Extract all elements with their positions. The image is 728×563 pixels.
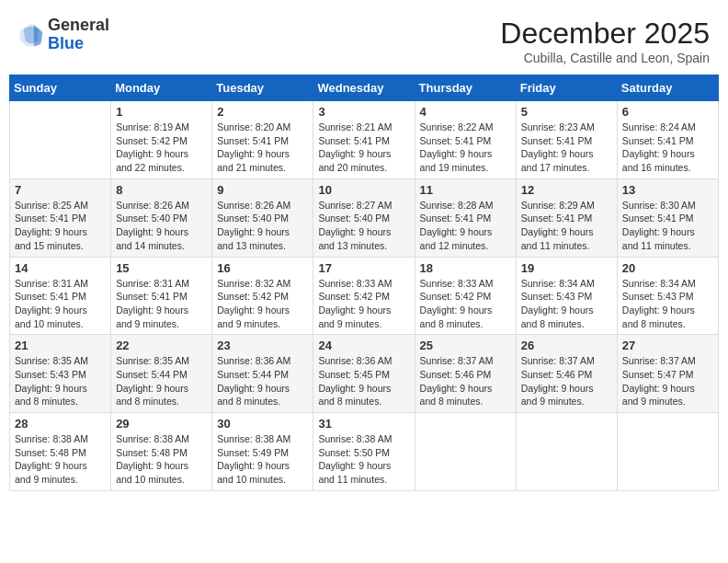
calendar-cell: [10, 101, 111, 179]
calendar-cell: 15Sunrise: 8:31 AMSunset: 5:41 PMDayligh…: [111, 257, 212, 335]
cell-info: Sunrise: 8:22 AMSunset: 5:41 PMDaylight:…: [420, 121, 511, 175]
calendar-cell: 26Sunrise: 8:37 AMSunset: 5:46 PMDayligh…: [516, 335, 617, 413]
cell-info: Sunrise: 8:35 AMSunset: 5:44 PMDaylight:…: [116, 354, 207, 408]
calendar-week-row: 1Sunrise: 8:19 AMSunset: 5:42 PMDaylight…: [10, 101, 719, 179]
calendar-cell: 22Sunrise: 8:35 AMSunset: 5:44 PMDayligh…: [111, 335, 212, 413]
day-number: 16: [217, 261, 308, 275]
calendar-cell: 4Sunrise: 8:22 AMSunset: 5:41 PMDaylight…: [415, 101, 516, 179]
cell-info: Sunrise: 8:37 AMSunset: 5:46 PMDaylight:…: [420, 354, 511, 408]
day-number: 3: [318, 105, 409, 119]
logo-text: General Blue: [48, 17, 109, 53]
location-subtitle: Cubilla, Castille and Leon, Spain: [500, 51, 710, 65]
cell-info: Sunrise: 8:36 AMSunset: 5:44 PMDaylight:…: [217, 354, 308, 408]
day-number: 9: [217, 183, 308, 197]
cell-info: Sunrise: 8:21 AMSunset: 5:41 PMDaylight:…: [318, 121, 409, 175]
calendar-week-row: 21Sunrise: 8:35 AMSunset: 5:43 PMDayligh…: [10, 335, 719, 413]
calendar-cell: 16Sunrise: 8:32 AMSunset: 5:42 PMDayligh…: [212, 257, 313, 335]
logo-general-text: General: [48, 17, 109, 35]
cell-info: Sunrise: 8:27 AMSunset: 5:40 PMDaylight:…: [318, 199, 409, 253]
calendar-week-row: 7Sunrise: 8:25 AMSunset: 5:41 PMDaylight…: [10, 178, 719, 257]
logo-blue-text: Blue: [48, 35, 109, 53]
calendar-cell: 3Sunrise: 8:21 AMSunset: 5:41 PMDaylight…: [313, 101, 415, 179]
cell-info: Sunrise: 8:23 AMSunset: 5:41 PMDaylight:…: [521, 121, 612, 175]
calendar-cell: 18Sunrise: 8:33 AMSunset: 5:42 PMDayligh…: [415, 257, 516, 335]
logo: General Blue: [18, 17, 109, 53]
day-number: 22: [116, 339, 207, 352]
day-header-monday: Monday: [111, 75, 212, 101]
calendar-header-row: SundayMondayTuesdayWednesdayThursdayFrid…: [10, 75, 719, 101]
month-title: December 2025: [500, 17, 710, 51]
cell-info: Sunrise: 8:31 AMSunset: 5:41 PMDaylight:…: [15, 277, 106, 331]
calendar-cell: 19Sunrise: 8:34 AMSunset: 5:43 PMDayligh…: [516, 257, 617, 335]
day-header-tuesday: Tuesday: [212, 75, 313, 101]
calendar-cell: 17Sunrise: 8:33 AMSunset: 5:42 PMDayligh…: [313, 257, 415, 335]
day-number: 27: [622, 339, 713, 352]
cell-info: Sunrise: 8:20 AMSunset: 5:41 PMDaylight:…: [217, 121, 308, 175]
day-number: 8: [116, 183, 207, 197]
calendar-cell: 20Sunrise: 8:34 AMSunset: 5:43 PMDayligh…: [617, 257, 718, 335]
day-number: 30: [217, 417, 308, 431]
cell-info: Sunrise: 8:36 AMSunset: 5:45 PMDaylight:…: [318, 354, 409, 408]
cell-info: Sunrise: 8:34 AMSunset: 5:43 PMDaylight:…: [622, 277, 713, 331]
calendar-cell: 12Sunrise: 8:29 AMSunset: 5:41 PMDayligh…: [516, 178, 617, 257]
day-number: 19: [521, 261, 612, 275]
day-number: 10: [318, 183, 409, 197]
cell-info: Sunrise: 8:37 AMSunset: 5:46 PMDaylight:…: [521, 354, 612, 408]
calendar-table: SundayMondayTuesdayWednesdayThursdayFrid…: [9, 75, 719, 491]
page-header: General Blue December 2025 Cubilla, Cast…: [9, 9, 719, 69]
cell-info: Sunrise: 8:35 AMSunset: 5:43 PMDaylight:…: [15, 354, 106, 408]
calendar-cell: 11Sunrise: 8:28 AMSunset: 5:41 PMDayligh…: [415, 178, 516, 257]
calendar-cell: 30Sunrise: 8:38 AMSunset: 5:49 PMDayligh…: [212, 413, 313, 491]
day-number: 7: [15, 183, 106, 197]
calendar-cell: 10Sunrise: 8:27 AMSunset: 5:40 PMDayligh…: [313, 178, 415, 257]
calendar-week-row: 14Sunrise: 8:31 AMSunset: 5:41 PMDayligh…: [10, 257, 719, 335]
calendar-cell: 28Sunrise: 8:38 AMSunset: 5:48 PMDayligh…: [10, 413, 111, 491]
cell-info: Sunrise: 8:38 AMSunset: 5:50 PMDaylight:…: [318, 432, 409, 487]
cell-info: Sunrise: 8:26 AMSunset: 5:40 PMDaylight:…: [217, 199, 308, 253]
day-number: 13: [622, 183, 713, 197]
cell-info: Sunrise: 8:28 AMSunset: 5:41 PMDaylight:…: [420, 199, 511, 253]
day-number: 5: [521, 105, 612, 119]
day-number: 17: [318, 261, 409, 275]
day-header-friday: Friday: [516, 75, 617, 101]
day-number: 15: [116, 261, 207, 275]
calendar-cell: [415, 413, 516, 491]
day-number: 14: [15, 261, 106, 275]
cell-info: Sunrise: 8:32 AMSunset: 5:42 PMDaylight:…: [217, 277, 308, 331]
day-header-thursday: Thursday: [415, 75, 516, 101]
calendar-cell: [617, 413, 718, 491]
calendar-cell: 29Sunrise: 8:38 AMSunset: 5:48 PMDayligh…: [111, 413, 212, 491]
cell-info: Sunrise: 8:38 AMSunset: 5:48 PMDaylight:…: [116, 432, 207, 487]
day-number: 11: [420, 183, 511, 197]
day-number: 28: [15, 417, 106, 431]
cell-info: Sunrise: 8:33 AMSunset: 5:42 PMDaylight:…: [318, 277, 409, 331]
cell-info: Sunrise: 8:33 AMSunset: 5:42 PMDaylight:…: [420, 277, 511, 331]
cell-info: Sunrise: 8:30 AMSunset: 5:41 PMDaylight:…: [622, 199, 713, 253]
day-number: 20: [622, 261, 713, 275]
day-number: 26: [521, 339, 612, 352]
cell-info: Sunrise: 8:24 AMSunset: 5:41 PMDaylight:…: [622, 121, 713, 175]
cell-info: Sunrise: 8:19 AMSunset: 5:42 PMDaylight:…: [116, 121, 207, 175]
day-header-sunday: Sunday: [10, 75, 111, 101]
day-header-saturday: Saturday: [617, 75, 718, 101]
calendar-cell: 6Sunrise: 8:24 AMSunset: 5:41 PMDaylight…: [617, 101, 718, 179]
day-header-wednesday: Wednesday: [313, 75, 415, 101]
calendar-cell: 27Sunrise: 8:37 AMSunset: 5:47 PMDayligh…: [617, 335, 718, 413]
calendar-cell: 14Sunrise: 8:31 AMSunset: 5:41 PMDayligh…: [10, 257, 111, 335]
day-number: 29: [116, 417, 207, 431]
calendar-cell: 2Sunrise: 8:20 AMSunset: 5:41 PMDaylight…: [212, 101, 313, 179]
calendar-cell: 7Sunrise: 8:25 AMSunset: 5:41 PMDaylight…: [10, 178, 111, 257]
calendar-week-row: 28Sunrise: 8:38 AMSunset: 5:48 PMDayligh…: [10, 413, 719, 491]
day-number: 24: [318, 339, 409, 352]
day-number: 4: [420, 105, 511, 119]
cell-info: Sunrise: 8:31 AMSunset: 5:41 PMDaylight:…: [116, 277, 207, 331]
day-number: 25: [420, 339, 511, 352]
day-number: 6: [622, 105, 713, 119]
calendar-cell: 5Sunrise: 8:23 AMSunset: 5:41 PMDaylight…: [516, 101, 617, 179]
cell-info: Sunrise: 8:34 AMSunset: 5:43 PMDaylight:…: [521, 277, 612, 331]
calendar-cell: [516, 413, 617, 491]
calendar-cell: 23Sunrise: 8:36 AMSunset: 5:44 PMDayligh…: [212, 335, 313, 413]
day-number: 31: [318, 417, 409, 431]
day-number: 21: [15, 339, 106, 352]
calendar-cell: 31Sunrise: 8:38 AMSunset: 5:50 PMDayligh…: [313, 413, 415, 491]
